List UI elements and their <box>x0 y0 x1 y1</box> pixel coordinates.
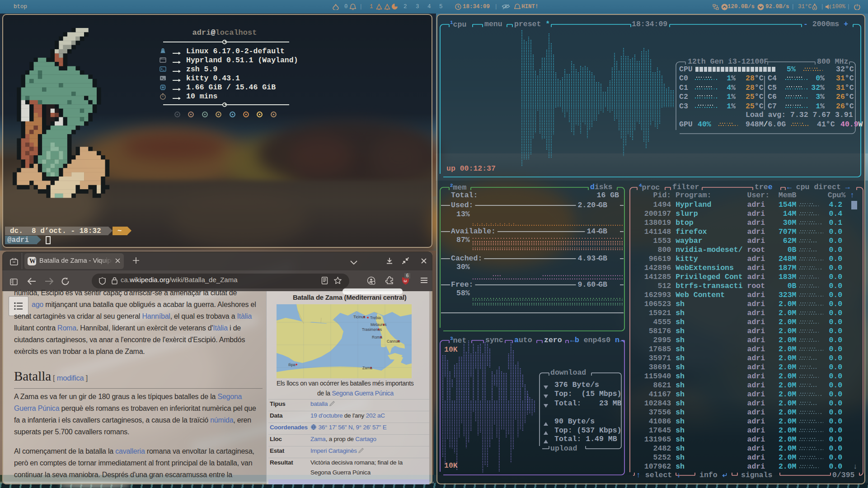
svg-text:Ticinus: Ticinus <box>353 315 366 319</box>
svg-text:Roma: Roma <box>372 335 382 339</box>
svg-text:Ilipa: Ilipa <box>288 363 296 367</box>
svg-text:Trebia: Trebia <box>370 316 381 320</box>
svg-text:Metaurus: Metaurus <box>371 322 386 327</box>
svg-text:Zama: Zama <box>362 366 372 370</box>
svg-text:ω: ω <box>404 279 407 283</box>
svg-text:Cannae: Cannae <box>387 339 400 344</box>
svg-text:Trasimenus: Trasimenus <box>362 327 382 332</box>
